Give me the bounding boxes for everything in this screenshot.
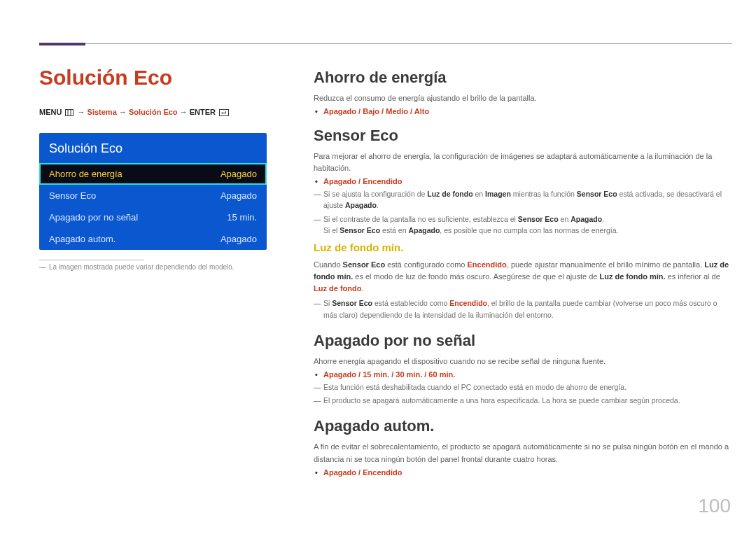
osd-row-label: Apagado por no señal <box>49 212 138 223</box>
osd-row-value: Apagado <box>220 169 257 179</box>
heading-sensor: Sensor Eco <box>314 127 731 145</box>
left-column: Solución Eco MENU → Sistema → Solución E… <box>39 66 281 271</box>
breadcrumb-arrow: → <box>78 108 85 116</box>
footnote-rule <box>39 260 144 260</box>
footnote-text: La imagen mostrada puede variar dependie… <box>49 263 234 271</box>
heading-ahorro: Ahorro de energía <box>314 69 731 87</box>
osd-row-value: Apagado <box>220 190 257 201</box>
section-sensor: Sensor Eco Para mejorar el ahorro de ene… <box>314 127 731 321</box>
osd-row-no-senal[interactable]: Apagado por no señal 15 min. <box>39 206 267 228</box>
osd-row-ahorro-energia[interactable]: Ahorro de energía Apagado <box>39 163 267 185</box>
breadcrumb-solucion: Solución Eco <box>129 108 178 116</box>
left-footnote: ―La imagen mostrada puede variar dependi… <box>39 260 281 271</box>
osd-row-label: Ahorro de energía <box>49 169 122 179</box>
breadcrumb-menu: MENU <box>39 108 62 116</box>
desc-text: Cuando Sensor Eco está configurado como … <box>314 259 731 295</box>
desc-text: A fin de evitar el sobrecalentamiento, e… <box>314 441 731 465</box>
options-list: Apagado / Encendido <box>323 468 731 477</box>
section-ahorro: Ahorro de energía Reduzca el consumo de … <box>314 69 731 115</box>
breadcrumb-sistema: Sistema <box>88 108 117 116</box>
desc-text: Reduzca el consumo de energía ajustando … <box>314 92 731 104</box>
brand-bar <box>39 43 85 45</box>
section-senal: Apagado por no señal Ahorre energía apag… <box>314 332 731 407</box>
menu-icon <box>65 109 74 118</box>
osd-row-label: Sensor Eco <box>49 190 96 201</box>
osd-panel: Solución Eco Ahorro de energía Apagado S… <box>39 133 267 250</box>
heading-senal: Apagado por no señal <box>314 332 731 350</box>
options-list: Apagado / Bajo / Medio / Alto <box>323 107 731 115</box>
heading-autom: Apagado autom. <box>314 417 731 435</box>
osd-row-sensor-eco[interactable]: Sensor Eco Apagado <box>39 185 267 206</box>
note-line: Si se ajusta la configuración de Luz de … <box>323 188 731 211</box>
svg-rect-0 <box>66 110 74 116</box>
desc-text: Ahorre energía apagando el dispositivo c… <box>314 356 731 367</box>
section-autom: Apagado autom. A fin de evitar el sobrec… <box>314 417 731 476</box>
breadcrumb-arrow: → <box>119 108 127 116</box>
osd-title: Solución Eco <box>39 133 267 163</box>
osd-row-label: Apagado autom. <box>49 234 115 244</box>
top-rule <box>39 43 732 44</box>
osd-row-apagado-autom[interactable]: Apagado autom. Apagado <box>39 228 267 250</box>
breadcrumb-arrow: → <box>180 108 188 116</box>
enter-icon <box>219 109 229 118</box>
options-list: Apagado / 15 min. / 30 min. / 60 min. <box>323 370 731 379</box>
page-title: Solución Eco <box>39 66 281 90</box>
heading-luz: Luz de fondo mín. <box>314 241 731 253</box>
osd-row-value: Apagado <box>220 234 257 244</box>
right-column: Ahorro de energía Reduzca el consumo de … <box>314 69 731 488</box>
breadcrumb-enter: ENTER <box>190 108 216 116</box>
page-number: 100 <box>698 495 731 517</box>
note-line: Si Sensor Eco está establecido como Ence… <box>323 297 731 321</box>
note-line: El producto se apagará automáticamente a… <box>323 395 731 406</box>
options-list: Apagado / Encendido <box>323 177 731 185</box>
dash-icon: ― <box>39 263 46 271</box>
breadcrumb: MENU → Sistema → Solución Eco → ENTER <box>39 108 281 118</box>
note-line: Esta función está deshabilitada cuando e… <box>323 381 731 393</box>
note-line: Si el contraste de la pantalla no es suf… <box>323 213 731 237</box>
osd-row-value: 15 min. <box>227 212 257 223</box>
desc-text: Para mejorar el ahorro de energía, la co… <box>314 150 731 174</box>
